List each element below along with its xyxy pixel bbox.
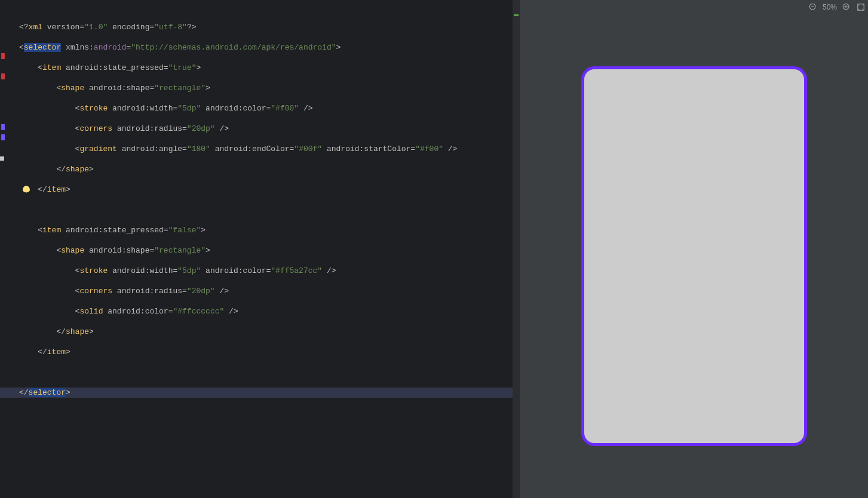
gutter-marker-change[interactable]: [1, 124, 5, 130]
xml-decl: <?: [19, 23, 29, 32]
tag-selector: selector: [24, 43, 61, 52]
gutter-marker-error[interactable]: [1, 73, 5, 79]
editor-scrollbar[interactable]: [513, 0, 520, 498]
editor-gutter: [0, 0, 17, 498]
zoom-in-icon[interactable]: [842, 2, 851, 12]
scrollbar-marker-ok[interactable]: [514, 14, 519, 16]
tag-shape: shape: [61, 84, 84, 93]
drawable-preview-shape: [581, 66, 807, 446]
preview-canvas[interactable]: [520, 14, 868, 498]
zoom-fit-icon[interactable]: [856, 2, 866, 12]
gutter-marker-change[interactable]: [1, 134, 5, 140]
preview-toolbar: 50%: [520, 0, 868, 14]
tag-gradient: gradient: [79, 145, 116, 153]
tag-corners: corners: [79, 124, 112, 133]
tag-solid: solid: [79, 307, 103, 316]
gutter-marker-error[interactable]: [1, 53, 5, 59]
zoom-level-label: 50%: [823, 3, 837, 11]
tag-item: item: [42, 63, 61, 72]
gutter-marker-bookmark[interactable]: [0, 156, 4, 161]
code-editor-pane[interactable]: <?xml version="1.0" encoding="utf-8"?> <…: [0, 0, 520, 498]
code-text-area[interactable]: <?xml version="1.0" encoding="utf-8"?> <…: [17, 0, 520, 498]
layout-preview-pane: 50%: [520, 0, 868, 498]
zoom-out-icon[interactable]: [808, 2, 818, 12]
tag-stroke: stroke: [79, 104, 108, 113]
cursor-line: </selector>: [0, 388, 520, 398]
